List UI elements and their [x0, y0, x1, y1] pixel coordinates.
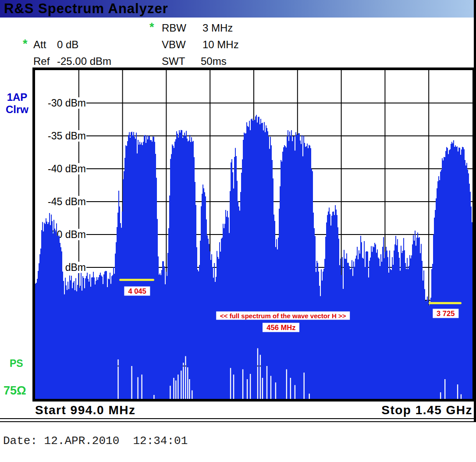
- trace-dropout: [233, 375, 234, 399]
- trace-dropout: [303, 373, 304, 399]
- trace-dropout: [286, 370, 287, 399]
- trace-dropout: [295, 385, 295, 399]
- start-frequency-label: Start 994.0 MHz: [35, 403, 135, 417]
- trace-dropout: [183, 363, 184, 399]
- trace-dropout: [262, 378, 263, 399]
- trace-dropout: [170, 386, 171, 399]
- trace-dropout: [141, 375, 142, 399]
- trace-dropout: [260, 355, 261, 399]
- grid-hline-segment: [260, 366, 261, 366]
- right-edge-strip: [474, 0, 476, 422]
- trace-dropout: [309, 394, 310, 399]
- stop-frequency-label: Stop 1.45 GHz: [381, 403, 472, 417]
- trace-dropout: [189, 379, 190, 399]
- y-axis-label: -35 dBm: [48, 130, 86, 142]
- grid-hline-segment: [183, 366, 184, 366]
- trace-dropout: [250, 374, 251, 399]
- trace-dropout: [440, 392, 441, 399]
- grid-hline-segment: [117, 366, 118, 366]
- grid-hline-segment: [257, 366, 258, 366]
- trace-dropout: [270, 376, 271, 399]
- trace-dropout: [275, 383, 276, 399]
- trace-area: [35, 115, 472, 399]
- grid-hline: [86, 103, 472, 103]
- trace-dropout: [178, 375, 178, 399]
- spectrum-plot: -30 dBm-35 dBm-40 dBm-45 dBm-50 dBm-55 d…: [0, 0, 476, 462]
- trace-dropout: [173, 378, 174, 399]
- trace-dropout: [175, 380, 176, 399]
- trace-dropout: [444, 379, 445, 399]
- trace-dropout: [247, 379, 248, 399]
- trace-dropout: [131, 366, 132, 399]
- spectrum-analyzer-screen: R&S Spectrum Analyzer * RBW 3 MHz * Att …: [0, 0, 476, 462]
- trace-dropout: [266, 366, 267, 399]
- trace-dropout: [192, 391, 192, 399]
- trace-dropout: [187, 367, 188, 399]
- y-axis-label: -30 dBm: [48, 97, 86, 109]
- trace-dropout: [137, 377, 138, 399]
- trace-dropout: [181, 371, 181, 399]
- plot-border-bottom: [32, 399, 476, 402]
- trace-dropout: [257, 348, 258, 399]
- trace-dropout: [117, 359, 118, 399]
- plot-border-left: [32, 68, 35, 402]
- trace-dropout: [290, 378, 291, 399]
- trace-dropout: [457, 384, 458, 399]
- date-time-label: Date: 12.APR.2010 12:34:01: [3, 434, 188, 448]
- trace-dropout: [230, 368, 231, 399]
- trace-dropout: [153, 395, 154, 399]
- y-axis-label: -45 dBm: [48, 196, 86, 207]
- trace-dropout: [461, 394, 462, 399]
- grid-hline-segment: [185, 366, 186, 366]
- trace-dropout: [185, 356, 186, 399]
- separator-rule: [0, 418, 476, 422]
- trace-dropout: [242, 370, 243, 399]
- y-axis-label: -40 dBm: [48, 163, 86, 174]
- plot-border-top: [32, 68, 476, 70]
